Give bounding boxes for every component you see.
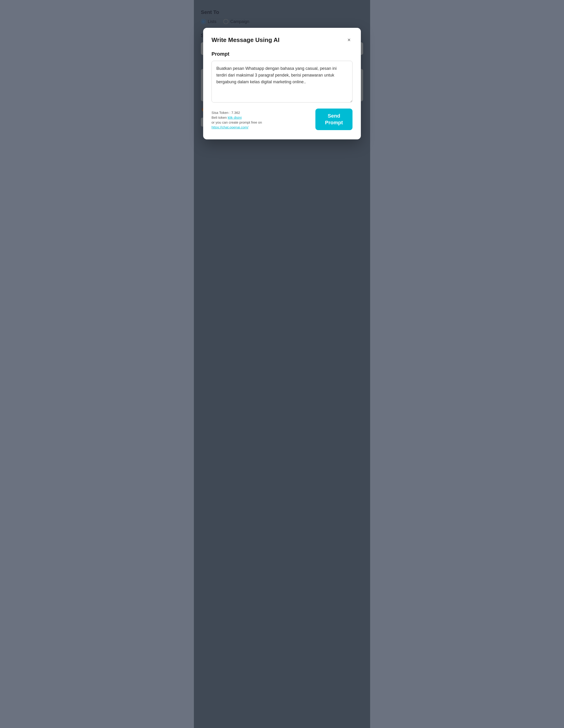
ai-modal: Write Message Using AI × Prompt Sisa Tok… (203, 28, 361, 139)
prompt-label: Prompt (211, 51, 353, 57)
modal-title: Write Message Using AI (211, 36, 279, 44)
modal-overlay: Write Message Using AI × Prompt Sisa Tok… (194, 0, 370, 728)
openai-link[interactable]: https://chat.openai.com/ (211, 125, 248, 129)
openai-prefix: or you can create prompt free on (211, 120, 262, 124)
openai-line: or you can create prompt free on (211, 120, 311, 124)
token-remaining: Sisa Token : 7.362 (211, 111, 311, 115)
modal-close-button[interactable]: × (346, 36, 353, 44)
modal-footer: Sisa Token : 7.362 Beli token klik disin… (211, 109, 353, 130)
buy-token-line: Beli token klik disini (211, 115, 311, 119)
token-info: Sisa Token : 7.362 Beli token klik disin… (211, 111, 311, 130)
openai-link-line: https://chat.openai.com/ (211, 125, 311, 129)
modal-header: Write Message Using AI × (211, 36, 353, 44)
buy-token-link[interactable]: klik disini (228, 115, 242, 119)
page-wrapper: Sent To Lists Campaign Send to Lists Wri… (194, 0, 370, 728)
prompt-textarea[interactable] (211, 61, 353, 103)
send-prompt-button[interactable]: SendPrompt (315, 109, 353, 130)
buy-token-prefix: Beli token (211, 115, 228, 119)
